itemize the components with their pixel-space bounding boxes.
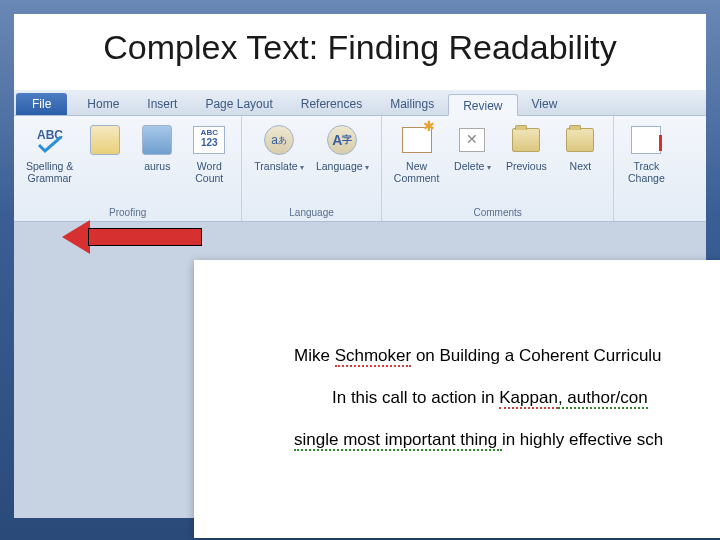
language-icon: A字 — [322, 122, 362, 158]
word-count-icon: ABC 123 — [189, 122, 229, 158]
spelling-grammar-button[interactable]: ABC Spelling & Grammar — [22, 120, 77, 186]
language-group-label: Language — [250, 205, 373, 219]
document-area: Mike Schmoker on Building a Coherent Cur… — [14, 222, 706, 518]
track-changes-label: Track Change — [628, 160, 665, 184]
slide-title: Complex Text: Finding Readability — [14, 14, 706, 83]
word-count-label: Word Count — [195, 160, 223, 184]
word-window: File Home Insert Page Layout References … — [14, 90, 706, 518]
new-comment-label: New Comment — [394, 160, 440, 184]
next-label: Next — [570, 160, 592, 172]
new-comment-icon — [397, 122, 437, 158]
research-icon — [85, 122, 125, 158]
next-comment-button[interactable]: Next — [555, 120, 605, 174]
tab-file[interactable]: File — [16, 93, 67, 115]
translate-label: Translate — [254, 160, 304, 174]
tab-mailings[interactable]: Mailings — [376, 93, 448, 115]
thesaurus-icon — [137, 122, 177, 158]
tab-references[interactable]: References — [287, 93, 376, 115]
tab-review[interactable]: Review — [448, 94, 517, 116]
previous-icon — [506, 122, 546, 158]
word-count-button[interactable]: ABC 123 Word Count — [185, 120, 233, 186]
ribbon-tabs: File Home Insert Page Layout References … — [14, 90, 706, 116]
tab-home[interactable]: Home — [73, 93, 133, 115]
previous-comment-button[interactable]: Previous — [501, 120, 551, 174]
delete-comment-button[interactable]: Delete — [447, 120, 497, 176]
track-changes-icon — [626, 122, 666, 158]
doc-line-1: Mike Schmoker on Building a Coherent Cur… — [294, 346, 720, 366]
group-comments: New Comment Delete Previous Next — [382, 116, 615, 221]
translate-icon: aあ — [259, 122, 299, 158]
tab-page-layout[interactable]: Page Layout — [191, 93, 286, 115]
thesaurus-label: aurus — [144, 160, 170, 172]
tab-insert[interactable]: Insert — [133, 93, 191, 115]
proofing-group-label: Proofing — [22, 205, 233, 219]
new-comment-button[interactable]: New Comment — [390, 120, 444, 186]
track-changes-button[interactable]: Track Change — [622, 120, 670, 186]
delete-icon — [452, 122, 492, 158]
language-button[interactable]: A字 Language — [312, 120, 373, 176]
doc-line-3: single most important thing in highly ef… — [294, 430, 720, 450]
group-language: aあ Translate A字 Language Language — [242, 116, 382, 221]
slide-number: 22 — [0, 521, 720, 537]
document-page[interactable]: Mike Schmoker on Building a Coherent Cur… — [194, 260, 720, 538]
spelling-label: Spelling & Grammar — [26, 160, 73, 184]
research-button[interactable] — [81, 120, 129, 162]
comments-group-label: Comments — [390, 205, 606, 219]
group-tracking: Track Change — [614, 116, 672, 221]
translate-button[interactable]: aあ Translate — [250, 120, 308, 176]
callout-arrow — [62, 222, 202, 252]
doc-line-2: In this call to action in Kappan, author… — [294, 388, 720, 408]
thesaurus-button[interactable]: aurus — [133, 120, 181, 174]
next-icon — [560, 122, 600, 158]
group-proofing: ABC Spelling & Grammar a — [14, 116, 242, 221]
ribbon: ABC Spelling & Grammar a — [14, 116, 706, 222]
spelling-icon: ABC — [30, 122, 70, 158]
tab-view[interactable]: View — [518, 93, 572, 115]
previous-label: Previous — [506, 160, 547, 172]
language-label: Language — [316, 160, 369, 174]
delete-label: Delete — [454, 160, 491, 174]
